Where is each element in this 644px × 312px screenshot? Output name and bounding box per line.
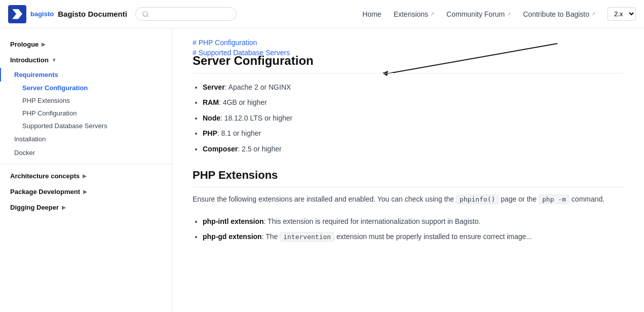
php-extensions-list: php-intl extension: This extension is re…: [193, 214, 624, 245]
external-link-icon: ↗: [430, 11, 434, 17]
php-m-code: php -m: [539, 194, 570, 204]
sidebar-divider: [0, 164, 172, 164]
sidebar: Prologue ▶ Introduction ▼ Requirements S…: [0, 28, 172, 312]
svg-line-1: [147, 15, 148, 17]
list-item-node: Node: 18.12.0 LTS or higher: [203, 110, 624, 126]
external-link-icon: ↗: [591, 11, 595, 17]
sidebar-section-prologue[interactable]: Prologue ▶: [0, 36, 172, 52]
sidebar-subitem-php-extensions[interactable]: PHP Extensions: [0, 94, 172, 107]
search-input[interactable]: [152, 10, 230, 18]
nav-community-forum[interactable]: Community Forum ↗: [446, 10, 511, 18]
list-item-php-intl: php-intl extension: This extension is re…: [203, 214, 624, 229]
search-box[interactable]: [135, 7, 237, 21]
nav-extensions[interactable]: Extensions ↗: [394, 10, 434, 18]
header: bagisto Bagisto Documenti Home Extension…: [0, 0, 644, 28]
sidebar-section-package-development[interactable]: Package Development ▶: [0, 184, 172, 200]
intervention-code: intervention: [280, 232, 334, 242]
logo-icon: [8, 5, 26, 23]
version-select[interactable]: 2.x 1.x: [608, 7, 636, 21]
nav-home[interactable]: Home: [362, 10, 381, 18]
package-chevron-icon: ▶: [83, 189, 87, 194]
list-item-php: PHP: 8.1 or higher: [203, 126, 624, 141]
main-content: # PHP Configuration # Supported Database…: [172, 28, 644, 312]
logo-shape: [12, 9, 22, 19]
search-icon: [142, 11, 149, 18]
logo-area: bagisto Bagisto Documenti: [8, 5, 127, 23]
external-link-icon: ↗: [507, 11, 511, 17]
server-config-list: Server: Apache 2 or NGINX RAM: 4GB or hi…: [193, 80, 624, 157]
digging-deeper-chevron-icon: ▶: [62, 205, 66, 210]
architecture-chevron-icon: ▶: [83, 173, 87, 179]
sidebar-section-architecture[interactable]: Architecture concepts ▶: [0, 168, 172, 184]
php-extensions-heading: PHP Extensions: [193, 169, 624, 187]
sidebar-item-docker[interactable]: Docker: [0, 146, 172, 160]
sidebar-item-requirements[interactable]: Requirements: [0, 68, 172, 82]
logo-brand: bagisto: [30, 10, 54, 18]
introduction-chevron-icon: ▼: [52, 57, 57, 63]
php-extensions-description: Ensure the following extensions are inst…: [193, 193, 624, 206]
list-item-php-gd: php-gd extension: The intervention exten…: [203, 229, 624, 245]
server-configuration-heading: Server Configuration: [193, 54, 624, 73]
list-item-server: Server: Apache 2 or NGINX: [203, 80, 624, 95]
prologue-chevron-icon: ▶: [42, 42, 46, 47]
sidebar-subitem-supported-database-servers[interactable]: Supported Database Servers: [0, 120, 172, 132]
list-item-composer: Composer: 2.5 or higher: [203, 141, 624, 157]
sidebar-subitem-server-configuration[interactable]: Server Configuration: [0, 82, 172, 94]
toc-link-php-configuration[interactable]: # PHP Configuration: [193, 38, 624, 47]
sidebar-section-introduction[interactable]: Introduction ▼: [0, 52, 172, 68]
nav-contribute[interactable]: Contribute to Bagisto ↗: [523, 10, 595, 18]
phpinfo-code: phpinfo(): [456, 194, 499, 204]
sidebar-section-digging-deeper[interactable]: Digging Deeper ▶: [0, 200, 172, 215]
sidebar-subitem-php-configuration[interactable]: PHP Configuration: [0, 107, 172, 120]
nav-links: Home Extensions ↗ Community Forum ↗ Cont…: [362, 7, 636, 21]
layout: Prologue ▶ Introduction ▼ Requirements S…: [0, 28, 644, 312]
sidebar-item-installation[interactable]: Installation: [0, 132, 172, 146]
svg-point-0: [143, 11, 147, 16]
logo-title: Bagisto Documenti: [58, 10, 127, 18]
list-item-ram: RAM: 4GB or higher: [203, 95, 624, 110]
